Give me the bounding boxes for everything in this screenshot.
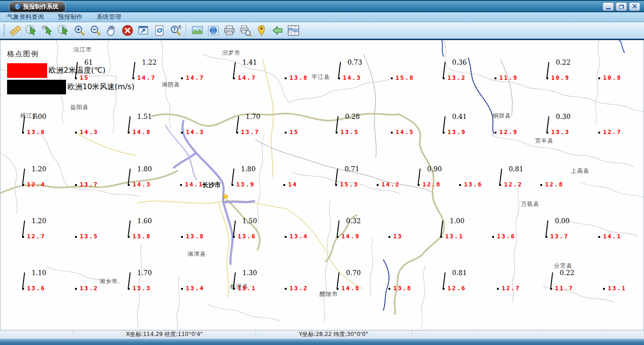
station-dot bbox=[459, 184, 461, 186]
station-dot bbox=[391, 132, 393, 134]
wind-speed-value: 0.71 bbox=[345, 165, 359, 173]
restore-button[interactable] bbox=[616, 2, 627, 11]
legend-swatch bbox=[7, 63, 47, 78]
wind-speed-value: 1.22 bbox=[142, 59, 157, 66]
select-feature-button[interactable] bbox=[23, 23, 39, 38]
station-dot bbox=[75, 184, 77, 186]
place-label: 湘潭县 bbox=[188, 250, 206, 258]
temperature-value: 10.8 bbox=[603, 74, 621, 81]
refresh-layer-button[interactable] bbox=[151, 23, 167, 38]
temperature-value: 12.7 bbox=[603, 128, 621, 135]
wind-speed-value: 0.28 bbox=[345, 113, 360, 120]
wind-speed-value: 1.20 bbox=[32, 165, 46, 173]
legend-title: 格点图例 bbox=[7, 50, 134, 59]
station-dot bbox=[75, 132, 77, 134]
location-pin-button[interactable] bbox=[253, 23, 269, 38]
go-back-icon bbox=[271, 24, 284, 37]
temperature-value: 13.8 bbox=[289, 74, 308, 81]
export-image-button[interactable] bbox=[189, 23, 205, 38]
legend-label: 欧洲2米温度(℃) bbox=[49, 66, 106, 76]
capital-star-icon: ★ bbox=[222, 192, 229, 201]
temperature-value: 13.4 bbox=[289, 233, 308, 240]
wind-speed-value: 0.41 bbox=[452, 113, 467, 120]
temperature-value: 12.7 bbox=[27, 233, 45, 240]
select-feature-icon bbox=[25, 24, 38, 37]
temperature-value: 13.2 bbox=[80, 285, 98, 292]
globe-view-icon bbox=[207, 24, 220, 37]
wind-speed-value: 1.20 bbox=[32, 217, 46, 225]
wind-speed-value: 0.73 bbox=[347, 59, 362, 66]
pointer-select-button[interactable] bbox=[39, 23, 55, 38]
map-canvas[interactable]: 沅江市汨罗市湘阴县平江县益阳县桃江县铜鼓县宜丰县上高县万载县长沙市湘潭县分宜县湘… bbox=[0, 40, 644, 330]
temperature-value: 12.8 bbox=[422, 181, 441, 188]
place-label: 宜丰县 bbox=[535, 137, 553, 145]
temperature-value: 13.1 bbox=[445, 233, 463, 240]
print-icon bbox=[223, 24, 236, 37]
close-button[interactable]: × bbox=[629, 2, 640, 11]
place-label: 醴陵市 bbox=[320, 290, 338, 298]
station-dot bbox=[497, 288, 499, 290]
wind-speed-value: 0.00 bbox=[555, 217, 570, 225]
print-button[interactable] bbox=[221, 23, 237, 38]
zoom-out-button[interactable] bbox=[87, 23, 103, 38]
menu-item-3[interactable]: 系统管理 bbox=[90, 13, 128, 21]
wind-speed-value: 1.00 bbox=[32, 113, 46, 120]
zoom-in-button[interactable] bbox=[71, 23, 87, 38]
print-preview-icon bbox=[239, 24, 252, 37]
menu-item-1[interactable]: 气象资料查询 bbox=[0, 13, 51, 21]
measure-ruler-button[interactable] bbox=[7, 23, 23, 38]
print-preview-button[interactable] bbox=[237, 23, 253, 38]
station-dot bbox=[388, 288, 390, 290]
station-dot bbox=[75, 236, 77, 238]
wind-speed-value: 1.70 bbox=[246, 113, 260, 120]
temperature-value: 14.8 bbox=[341, 285, 360, 292]
wind-speed-value: 0.32 bbox=[346, 217, 361, 225]
station-dot bbox=[495, 132, 496, 134]
wind-speed-value: 1.50 bbox=[242, 217, 257, 225]
pointer-select-icon bbox=[41, 24, 54, 37]
wind-speed-value: 0.36 bbox=[452, 59, 467, 66]
toolbar-grip[interactable] bbox=[3, 24, 5, 37]
temperature-value: 12.7 bbox=[502, 285, 520, 292]
cancel-icon bbox=[121, 24, 134, 37]
station-dot bbox=[285, 132, 287, 134]
wind-speed-value: 1.30 bbox=[242, 269, 257, 277]
temperature-value: 15.8 bbox=[396, 74, 414, 81]
full-extent-button[interactable] bbox=[135, 23, 151, 38]
wind-speed-value: 1.41 bbox=[242, 59, 257, 66]
status-panel-3: Y坐标:28.22 纬度:30°0'0" bbox=[256, 330, 412, 338]
temperature-value: 13.6 bbox=[27, 285, 45, 292]
map-grid-button[interactable] bbox=[285, 23, 301, 38]
station-dot bbox=[181, 288, 183, 290]
temperature-value: 13.3 bbox=[551, 128, 570, 135]
temperature-value: 12.6 bbox=[447, 285, 466, 292]
station-dot bbox=[181, 77, 183, 79]
select-circle-button[interactable] bbox=[55, 23, 71, 38]
temperature-value: 15.3 bbox=[340, 181, 358, 188]
temperature-value: 13.5 bbox=[80, 233, 98, 240]
globe-view-button[interactable] bbox=[205, 23, 221, 38]
place-label: 万载县 bbox=[521, 200, 539, 208]
temperature-value: 14.3 bbox=[186, 128, 204, 135]
temperature-value: 13.6 bbox=[497, 233, 515, 240]
temperature-value: 14.3 bbox=[80, 128, 98, 135]
temperature-value: 13.3 bbox=[132, 285, 151, 292]
place-label: 益阳县 bbox=[70, 103, 89, 111]
pan-hand-button[interactable] bbox=[103, 23, 119, 38]
status-panel-2: X坐标:114.29 经度:110°0'4" bbox=[73, 330, 256, 338]
wind-speed-value: 1.60 bbox=[137, 217, 152, 225]
identify-zoom-icon: ?± bbox=[169, 24, 182, 37]
temperature-value: 13.1 bbox=[608, 285, 626, 292]
go-back-button[interactable] bbox=[269, 23, 285, 38]
identify-zoom-button[interactable]: ?± bbox=[167, 23, 183, 38]
place-label: 湘乡市 bbox=[99, 278, 118, 286]
app-tab[interactable]: 预报制作系统 bbox=[9, 1, 65, 12]
cancel-button[interactable] bbox=[119, 23, 135, 38]
map-grid-icon bbox=[287, 24, 300, 37]
legend-swatch bbox=[7, 80, 66, 94]
temperature-value: 14.3 bbox=[343, 74, 361, 81]
menu-item-2[interactable]: 预报制作 bbox=[51, 13, 90, 21]
zoom-out-icon bbox=[89, 24, 102, 37]
minimize-button[interactable] bbox=[603, 2, 614, 11]
temperature-value: 13.2 bbox=[447, 74, 466, 81]
